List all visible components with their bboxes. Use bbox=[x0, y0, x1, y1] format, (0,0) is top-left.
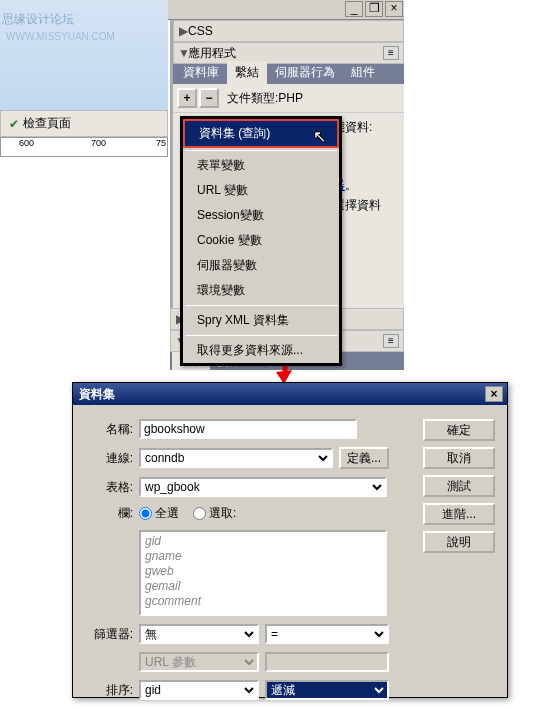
css-panel-title: CSS bbox=[188, 24, 213, 38]
watermark-text: 思缘设计论坛 bbox=[2, 12, 74, 26]
menu-item-cookie-var[interactable]: Cookie 變數 bbox=[183, 228, 339, 253]
check-icon: ✔ bbox=[9, 117, 19, 131]
tab-bindings[interactable]: 繫結 bbox=[227, 61, 267, 84]
panel-menu-button[interactable]: ≡ bbox=[383, 46, 399, 60]
doc-type-label: 文件類型:PHP bbox=[227, 90, 303, 107]
check-page-label[interactable]: 檢查頁面 bbox=[23, 115, 71, 132]
ruler: 600 700 75 bbox=[0, 137, 168, 157]
dialog-close-button[interactable]: × bbox=[485, 386, 503, 402]
list-item[interactable]: gid bbox=[145, 534, 381, 549]
dialog-title: 資料集 bbox=[77, 386, 485, 403]
tab-server-behaviors[interactable]: 伺服器行為 bbox=[267, 61, 343, 84]
minimize-button[interactable]: _ bbox=[345, 1, 363, 17]
menu-item-session-var[interactable]: Session變數 bbox=[183, 203, 339, 228]
list-item[interactable]: gname bbox=[145, 549, 381, 564]
add-binding-menu: 資料集 (查詢) ↖ 表單變數 URL 變數 Session變數 Cookie … bbox=[180, 116, 342, 366]
list-item[interactable]: gcomment bbox=[145, 594, 381, 609]
menu-item-server-var[interactable]: 伺服器變數 bbox=[183, 253, 339, 278]
list-item[interactable]: gemail bbox=[145, 579, 381, 594]
sort-dir-select[interactable]: 遞減 bbox=[265, 680, 389, 700]
app-panel-title: 應用程式 bbox=[188, 45, 236, 62]
conn-label: 連線: bbox=[85, 450, 139, 467]
all-radio[interactable] bbox=[139, 507, 152, 520]
window-controls: _ ❐ × bbox=[168, 0, 404, 20]
list-item[interactable]: gweb bbox=[145, 564, 381, 579]
help-button[interactable]: 說明 bbox=[423, 531, 495, 553]
menu-item-env-var[interactable]: 環境變數 bbox=[183, 278, 339, 303]
cancel-button[interactable]: 取消 bbox=[423, 447, 495, 469]
collapse-icon: ▼ bbox=[178, 46, 188, 60]
menu-item-more-sources[interactable]: 取得更多資料來源... bbox=[183, 338, 339, 363]
ok-button[interactable]: 確定 bbox=[423, 419, 495, 441]
tab-components[interactable]: 組件 bbox=[343, 61, 383, 84]
tab-database[interactable]: 資料庫 bbox=[175, 61, 227, 84]
menu-item-recordset[interactable]: 資料集 (查詢) bbox=[185, 121, 337, 146]
select-radio[interactable] bbox=[193, 507, 206, 520]
sort-field-select[interactable]: gid bbox=[139, 680, 259, 700]
menu-item-form-var[interactable]: 表單變數 bbox=[183, 153, 339, 178]
table-label: 表格: bbox=[85, 479, 139, 496]
restore-button[interactable]: ❐ bbox=[365, 1, 383, 17]
filter-param-input[interactable] bbox=[265, 652, 389, 672]
remove-button[interactable]: − bbox=[199, 88, 219, 108]
expand-icon: ▶ bbox=[178, 24, 188, 38]
name-label: 名稱: bbox=[85, 421, 139, 438]
filter-field-select[interactable]: 無 bbox=[139, 624, 259, 644]
app-tabs: 資料庫 繫結 伺服器行為 組件 bbox=[173, 64, 404, 84]
filter-op-select[interactable]: = bbox=[265, 624, 389, 644]
name-input[interactable] bbox=[139, 419, 357, 439]
css-panel-header[interactable]: ▶ CSS bbox=[173, 20, 404, 42]
columns-listbox[interactable]: gid gname gweb gemail gcomment bbox=[139, 530, 387, 616]
test-button[interactable]: 測試 bbox=[423, 475, 495, 497]
table-select[interactable]: wp_gbook bbox=[139, 477, 387, 497]
watermark-url: WWW.MISSYUAN.COM bbox=[6, 31, 115, 42]
filter-label: 篩選器: bbox=[85, 626, 139, 643]
connection-select[interactable]: conndb bbox=[139, 448, 333, 468]
filter-param-type-select[interactable]: URL 參數 bbox=[139, 652, 259, 672]
columns-label: 欄: bbox=[85, 505, 139, 522]
menu-item-url-var[interactable]: URL 變數 bbox=[183, 178, 339, 203]
recordset-dialog: 資料集 × 名稱: 連線: conndb 定義... 表格: wp_gbook bbox=[72, 382, 508, 698]
sort-label: 排序: bbox=[85, 682, 139, 699]
close-button[interactable]: × bbox=[385, 1, 403, 17]
add-button[interactable]: + bbox=[177, 88, 197, 108]
advanced-button[interactable]: 進階... bbox=[423, 503, 495, 525]
define-button[interactable]: 定義... bbox=[339, 447, 389, 469]
panel-menu-button[interactable]: ≡ bbox=[383, 334, 399, 348]
menu-item-spry-xml[interactable]: Spry XML 資料集 bbox=[183, 308, 339, 333]
